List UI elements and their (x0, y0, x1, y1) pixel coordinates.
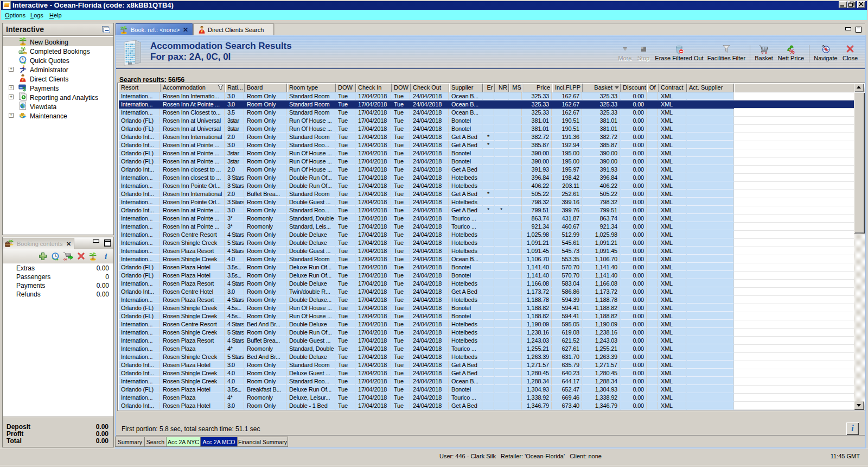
svg-text:$: $ (23, 86, 26, 92)
svg-text:%: % (789, 48, 795, 55)
